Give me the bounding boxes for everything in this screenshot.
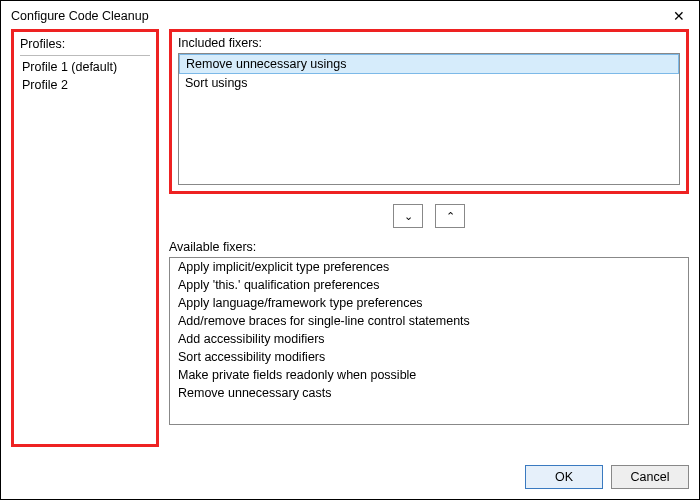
move-up-button[interactable]: ⌃ [435,204,465,228]
ok-button[interactable]: OK [525,465,603,489]
dialog-window: Configure Code Cleanup ✕ Profiles: Profi… [0,0,700,500]
chevron-up-icon: ⌃ [446,210,455,223]
move-down-button[interactable]: ⌄ [393,204,423,228]
available-fixers-list[interactable]: Apply implicit/explicit type preferences… [169,257,689,425]
available-fixer-item[interactable]: Remove unnecessary casts [170,384,688,402]
cancel-button[interactable]: Cancel [611,465,689,489]
available-fixer-item[interactable]: Apply language/framework type preference… [170,294,688,312]
included-fixers-block: Included fixers: Remove unnecessary usin… [169,29,689,194]
profiles-list[interactable]: Profile 1 (default) Profile 2 [20,55,150,439]
available-fixer-item[interactable]: Apply 'this.' qualification preferences [170,276,688,294]
close-icon[interactable]: ✕ [669,8,689,24]
available-fixer-item[interactable]: Add/remove braces for single-line contro… [170,312,688,330]
available-fixer-item[interactable]: Sort accessibility modifiers [170,348,688,366]
dialog-body: Profiles: Profile 1 (default) Profile 2 … [1,29,699,457]
available-fixer-item[interactable]: Add accessibility modifiers [170,330,688,348]
dialog-title: Configure Code Cleanup [11,9,149,23]
fixers-panel: Included fixers: Remove unnecessary usin… [169,29,689,447]
dialog-footer: OK Cancel [1,457,699,499]
included-fixer-item[interactable]: Remove unnecessary usings [179,54,679,74]
included-fixer-item[interactable]: Sort usings [179,74,679,92]
available-fixer-item[interactable]: Make private fields readonly when possib… [170,366,688,384]
titlebar: Configure Code Cleanup ✕ [1,1,699,29]
included-fixers-list[interactable]: Remove unnecessary usings Sort usings [178,53,680,185]
available-fixers-label: Available fixers: [169,240,689,254]
profile-item[interactable]: Profile 2 [20,76,150,94]
profiles-panel: Profiles: Profile 1 (default) Profile 2 [11,29,159,447]
chevron-down-icon: ⌄ [404,210,413,223]
move-buttons-row: ⌄ ⌃ [169,194,689,238]
profiles-label: Profiles: [20,37,150,51]
available-fixer-item[interactable]: Apply implicit/explicit type preferences [170,258,688,276]
included-fixers-label: Included fixers: [178,36,680,50]
profile-item[interactable]: Profile 1 (default) [20,58,150,76]
